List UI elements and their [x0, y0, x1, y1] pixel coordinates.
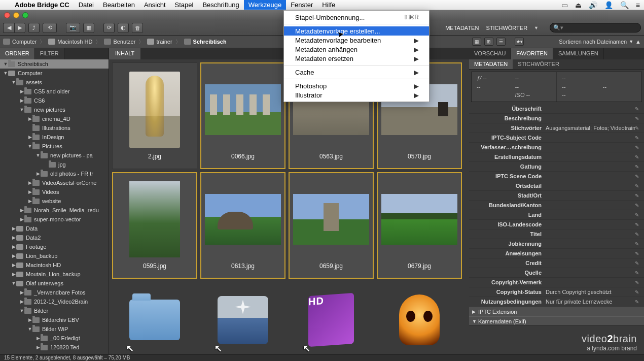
- folder-thumbnail[interactable]: HD↗: [289, 282, 374, 354]
- metadata-row[interactable]: Beschreibung✎: [469, 114, 644, 123]
- tree-item[interactable]: ▶_Verwendbare Fotos: [0, 288, 109, 297]
- sort-direction-icon[interactable]: ▲: [635, 39, 641, 45]
- thumbnail[interactable]: 0659.jpg: [289, 172, 374, 279]
- metadata-row[interactable]: Gattung✎: [469, 162, 644, 172]
- subtab-stichwoerter[interactable]: STICHWÖRTER: [513, 59, 564, 69]
- metadata-row[interactable]: IPTC-Subject Code✎: [469, 133, 644, 143]
- menu-item[interactable]: Metadaten anhängen▶: [284, 45, 429, 54]
- view-lock-button[interactable]: ⊞: [484, 38, 493, 46]
- tree-item[interactable]: ▶super-mono-vector: [0, 215, 109, 224]
- metadata-section[interactable]: ▼Kameradaten (Exif): [469, 316, 644, 326]
- filter-star-button[interactable]: ★▾: [515, 38, 524, 46]
- menu-hilfe[interactable]: Hilfe: [317, 0, 340, 10]
- tree-item[interactable]: Illustrations: [0, 123, 109, 133]
- tree-item[interactable]: ▼Bilder WiP: [0, 324, 109, 334]
- metadata-row[interactable]: Verfasser…schreibung✎: [469, 143, 644, 152]
- tree-item[interactable]: ▶Footage: [0, 242, 109, 251]
- menu-werkzeuge[interactable]: Werkzeuge: [244, 0, 287, 10]
- edit-pencil-icon[interactable]: ✎: [635, 299, 641, 305]
- nav-forward-button[interactable]: ▶: [14, 23, 25, 33]
- notifications-icon[interactable]: ≡: [636, 1, 640, 9]
- open-recent-button[interactable]: ⟳: [103, 23, 115, 33]
- spotlight-icon[interactable]: 🔍: [620, 1, 629, 9]
- edit-pencil-icon[interactable]: ✎: [635, 222, 641, 227]
- folder-thumbnail[interactable]: ↗: [112, 282, 197, 354]
- menu-item[interactable]: Metadatenvorlage bearbeiten▶: [284, 36, 429, 45]
- refine-button[interactable]: ▦: [83, 23, 94, 33]
- metadata-row[interactable]: Copyright-Vermerk✎: [469, 278, 644, 287]
- tree-item[interactable]: ▶Lion_backup: [0, 251, 109, 260]
- edit-pencil-icon[interactable]: ✎: [635, 193, 641, 199]
- metadata-row[interactable]: Credit✎: [469, 258, 644, 268]
- breadcrumb-schreibtisch[interactable]: Schreibtisch: [184, 39, 227, 45]
- thumbnail[interactable]: 0595.jpg: [112, 172, 197, 279]
- metadata-row[interactable]: Stadt/Ort✎: [469, 191, 644, 201]
- breadcrumb-macintosh-hd[interactable]: Macintosh HD: [48, 39, 92, 45]
- tree-item[interactable]: ▼new pictures: [0, 105, 109, 114]
- metadata-row[interactable]: Land✎: [469, 210, 644, 220]
- tree-item[interactable]: ▼Bilder: [0, 306, 109, 315]
- trash-button[interactable]: 🗑: [132, 23, 143, 33]
- breadcrumb-trainer[interactable]: trainer: [147, 39, 172, 45]
- edit-pencil-icon[interactable]: ✎: [635, 232, 641, 237]
- eject-icon[interactable]: ⏏: [575, 1, 582, 9]
- reveal-button[interactable]: ⤴: [28, 23, 40, 33]
- edit-pencil-icon[interactable]: ✎: [635, 280, 641, 285]
- edit-pencil-icon[interactable]: ✎: [635, 154, 641, 160]
- tree-item[interactable]: ▶old photos - FR tr: [0, 169, 109, 178]
- tree-item[interactable]: ▶website: [0, 196, 109, 206]
- menu-app[interactable]: Adobe Bridge CC: [10, 0, 74, 10]
- thumbnail[interactable]: 2.jpg: [112, 62, 197, 169]
- metadata-row[interactable]: Bundesland/Kanton✎: [469, 201, 644, 210]
- edit-pencil-icon[interactable]: ✎: [635, 203, 641, 208]
- edit-pencil-icon[interactable]: ✎: [635, 106, 641, 112]
- metadata-section[interactable]: ▶IPTC Extension: [469, 307, 644, 316]
- tree-item[interactable]: ▶Data: [0, 224, 109, 233]
- metadata-row[interactable]: Jobkennung✎: [469, 239, 644, 249]
- metadata-row[interactable]: Copyright-StatusDurch Copyright geschütz…: [469, 287, 644, 297]
- tree-item[interactable]: ▶Bildarchiv EBV: [0, 315, 109, 324]
- edit-pencil-icon[interactable]: ✎: [635, 212, 641, 218]
- tree-item[interactable]: ▶Norah_Smile_Media_redu: [0, 206, 109, 215]
- workspace-metadata[interactable]: METADATEN: [443, 25, 481, 31]
- workspace-keywords[interactable]: STICHWÖRTER: [484, 25, 529, 31]
- display-icon[interactable]: ▭: [561, 1, 568, 9]
- metadata-row[interactable]: Anweisungen✎: [469, 249, 644, 258]
- edit-pencil-icon[interactable]: ✎: [635, 145, 641, 150]
- metadata-row[interactable]: Titel✎: [469, 229, 644, 239]
- edit-pencil-icon[interactable]: ✎: [635, 251, 641, 256]
- menu-fenster[interactable]: Fenster: [286, 0, 317, 10]
- tree-item[interactable]: ▶cinema_4D: [0, 114, 109, 123]
- menu-item[interactable]: Stapel-Umbenennung...⇧⌘R: [284, 13, 429, 22]
- menu-datei[interactable]: Datei: [74, 0, 98, 10]
- close-icon[interactable]: [4, 12, 10, 18]
- menu-item[interactable]: Metadaten ersetzen▶: [284, 54, 429, 63]
- tree-item[interactable]: ▼Computer: [0, 69, 109, 78]
- metadata-row[interactable]: IPTC Scene Code✎: [469, 172, 644, 181]
- zoom-icon[interactable]: [22, 12, 28, 18]
- tree-item[interactable]: ▼new pictures - pa: [0, 151, 109, 160]
- breadcrumb-computer[interactable]: Computer: [3, 39, 37, 45]
- edit-pencil-icon[interactable]: ✎: [635, 260, 641, 266]
- subtab-metadaten[interactable]: METADATEN: [469, 59, 513, 69]
- minimize-icon[interactable]: [13, 12, 19, 18]
- metadata-row[interactable]: ISO-Landescode✎: [469, 220, 644, 229]
- camera-import-button[interactable]: 📷: [66, 23, 80, 33]
- user-icon[interactable]: 👤: [604, 1, 613, 9]
- menu-ansicht[interactable]: Ansicht: [139, 0, 170, 10]
- menu-stapel[interactable]: Stapel: [170, 0, 198, 10]
- nav-back-button[interactable]: ◀: [3, 23, 14, 33]
- open-camera-raw-button[interactable]: ◐: [118, 23, 129, 33]
- tree-item[interactable]: ▶CS6: [0, 96, 109, 105]
- tree-item[interactable]: ▶_00 Erledigt: [0, 334, 109, 343]
- view-grid-button[interactable]: ▦: [472, 38, 481, 46]
- tree-item[interactable]: ▶120820 Ted: [0, 343, 109, 352]
- tree-item[interactable]: ▶Videos: [0, 187, 109, 196]
- tree-item[interactable]: ▶2012-12_Video2Brain: [0, 297, 109, 306]
- metadata-row[interactable]: Quelle✎: [469, 268, 644, 278]
- tab-vorschau[interactable]: VORSCHAU: [469, 48, 511, 59]
- menu-beschriftung[interactable]: Beschriftung: [198, 0, 243, 10]
- tab-ordner[interactable]: ORDNER: [0, 48, 35, 59]
- thumbnail[interactable]: 0679.jpg: [377, 172, 462, 279]
- breadcrumb-benutzer[interactable]: Benutzer: [104, 39, 135, 45]
